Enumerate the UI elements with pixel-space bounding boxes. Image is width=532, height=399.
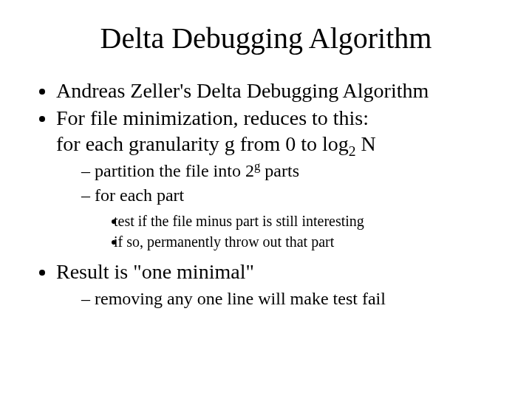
subsub-1-text: test if the file minus part is still int…: [114, 213, 364, 229]
sub-list-1: partition the file into 2g parts for eac…: [56, 160, 497, 251]
subsub-2: if so, permanently throw out that part: [126, 232, 497, 251]
slide: Delta Debugging Algorithm Andreas Zeller…: [0, 0, 532, 399]
sub-3: removing any one line will make test fai…: [81, 287, 497, 310]
sub-sub-list: test if the file minus part is still int…: [93, 211, 497, 251]
subsub-1: test if the file minus part is still int…: [126, 211, 497, 231]
sub-1-pre: partition the file into 2: [95, 161, 254, 180]
bullet-1-text: Andreas Zeller's Delta Debugging Algorit…: [56, 79, 429, 102]
bullet-3: Result is "one minimal" removing any one…: [56, 259, 497, 310]
bullet-1: Andreas Zeller's Delta Debugging Algorit…: [56, 78, 497, 103]
bullet-2-text: For file minimization, reduces to this:: [56, 106, 369, 129]
bullet-2-line-text: for each granularity g from 0 to log: [56, 132, 349, 155]
bullet-list: Andreas Zeller's Delta Debugging Algorit…: [35, 78, 497, 311]
sub-1-post: parts: [260, 161, 299, 180]
sub-2-text: for each part: [95, 185, 184, 205]
sub-2: for each part test if the file minus par…: [81, 184, 497, 251]
bullet-2-subscript: 2: [349, 143, 356, 159]
subsub-2-text: if so, permanently throw out that part: [114, 233, 334, 250]
bullet-2-line: for each granularity g from 0 to log2 N: [56, 131, 497, 157]
bullet-2: For file minimization, reduces to this: …: [56, 105, 497, 251]
sub-list-2: removing any one line will make test fai…: [56, 287, 497, 310]
bullet-3-text: Result is "one minimal": [56, 260, 254, 283]
slide-title: Delta Debugging Algorithm: [35, 21, 497, 55]
bullet-2-tail: N: [356, 132, 376, 155]
sub-1: partition the file into 2g parts: [81, 160, 497, 183]
sub-3-text: removing any one line will make test fai…: [95, 289, 386, 308]
